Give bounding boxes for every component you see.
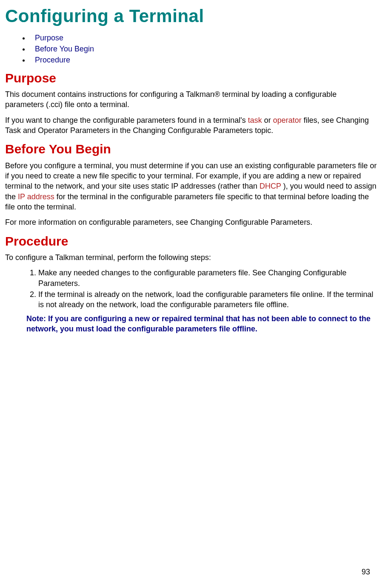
link-task[interactable]: task [248, 116, 262, 124]
toc-item: Purpose [30, 33, 377, 43]
purpose-paragraph-2: If you want to change the configurable p… [5, 115, 377, 136]
link-dhcp[interactable]: DHCP [259, 182, 281, 190]
page-number: 93 [362, 567, 370, 577]
link-operator[interactable]: operator [273, 116, 302, 124]
link-ip-address[interactable]: IP address [18, 192, 54, 201]
purpose-paragraph-1: This document contains instructions for … [5, 89, 377, 110]
page-title: Configuring a Terminal [5, 4, 377, 28]
procedure-intro: To configure a Talkman terminal, perform… [5, 252, 377, 263]
text: or [262, 116, 273, 124]
toc-item: Before You Begin [30, 44, 377, 54]
toc-link-purpose[interactable]: Purpose [35, 34, 63, 42]
text: for the terminal in the configurable par… [5, 192, 369, 211]
toc-link-before[interactable]: Before You Begin [35, 45, 94, 53]
toc-list: Purpose Before You Begin Procedure [5, 33, 377, 65]
procedure-step: If the terminal is already on the networ… [38, 289, 377, 310]
section-heading-procedure: Procedure [5, 233, 377, 250]
toc-link-procedure[interactable]: Procedure [35, 56, 70, 64]
before-paragraph-1: Before you configure a terminal, you mus… [5, 161, 377, 212]
before-paragraph-2: For more information on configurable par… [5, 217, 377, 227]
procedure-steps: Make any needed changes to the configura… [5, 268, 377, 310]
procedure-note: Note: If you are configuring a new or re… [26, 314, 377, 334]
section-heading-purpose: Purpose [5, 70, 377, 87]
toc-item: Procedure [30, 55, 377, 65]
procedure-step: Make any needed changes to the configura… [38, 268, 377, 288]
text: If you want to change the configurable p… [5, 116, 248, 124]
section-heading-before: Before You Begin [5, 141, 377, 158]
